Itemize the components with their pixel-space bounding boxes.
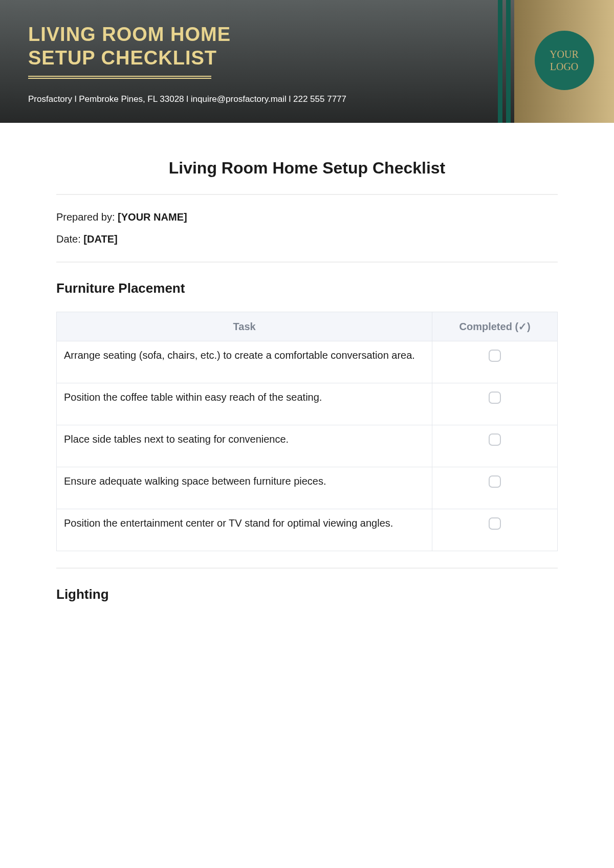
completed-cell bbox=[432, 467, 558, 509]
completed-cell bbox=[432, 509, 558, 551]
header-main: LIVING ROOM HOME SETUP CHECKLIST Prosfac… bbox=[0, 0, 498, 123]
prepared-by-row: Prepared by: [YOUR NAME] bbox=[56, 211, 558, 223]
completed-cell bbox=[432, 425, 558, 467]
date-label: Date: bbox=[56, 233, 83, 245]
checkbox[interactable] bbox=[489, 433, 501, 446]
header-title: LIVING ROOM HOME SETUP CHECKLIST bbox=[28, 23, 470, 70]
prepared-by-value: [YOUR NAME] bbox=[118, 211, 187, 223]
header-title-line2: SETUP CHECKLIST bbox=[28, 47, 217, 69]
task-cell: Arrange seating (sofa, chairs, etc.) to … bbox=[57, 341, 432, 383]
task-cell: Place side tables next to seating for co… bbox=[57, 425, 432, 467]
checkbox[interactable] bbox=[489, 392, 501, 404]
gold-panel: YOUR LOGO bbox=[514, 0, 614, 123]
task-cell: Position the coffee table within easy re… bbox=[57, 383, 432, 425]
divider bbox=[56, 568, 558, 569]
header-double-rule bbox=[28, 76, 211, 79]
header-contact-info: Prosfactory l Pembroke Pines, FL 33028 l… bbox=[28, 94, 470, 104]
table-row: Arrange seating (sofa, chairs, etc.) to … bbox=[57, 341, 558, 383]
table-row: Ensure adequate walking space between fu… bbox=[57, 467, 558, 509]
col-header-completed: Completed (✓) bbox=[432, 312, 558, 341]
logo-text-line2: LOGO bbox=[550, 60, 579, 73]
logo-circle: YOUR LOGO bbox=[535, 31, 594, 90]
task-cell: Position the entertainment center or TV … bbox=[57, 509, 432, 551]
date-value: [DATE] bbox=[83, 233, 117, 245]
header-right-stripes: YOUR LOGO bbox=[498, 0, 614, 123]
furniture-table: Task Completed (✓) Arrange seating (sofa… bbox=[56, 312, 558, 551]
col-header-task: Task bbox=[57, 312, 432, 341]
divider bbox=[56, 194, 558, 195]
prepared-by-label: Prepared by: bbox=[56, 211, 118, 223]
task-cell: Ensure adequate walking space between fu… bbox=[57, 467, 432, 509]
completed-cell bbox=[432, 383, 558, 425]
section-title-furniture: Furniture Placement bbox=[56, 280, 558, 296]
logo-text-line1: YOUR bbox=[550, 48, 579, 60]
header-title-line1: LIVING ROOM HOME bbox=[28, 24, 231, 45]
checkbox[interactable] bbox=[489, 350, 501, 362]
divider bbox=[56, 262, 558, 263]
date-row: Date: [DATE] bbox=[56, 233, 558, 245]
completed-cell bbox=[432, 341, 558, 383]
checkbox[interactable] bbox=[489, 517, 501, 530]
header-banner: LIVING ROOM HOME SETUP CHECKLIST Prosfac… bbox=[0, 0, 614, 123]
stripe-teal-1 bbox=[498, 0, 502, 123]
checkbox[interactable] bbox=[489, 475, 501, 488]
document-content: Living Room Home Setup Checklist Prepare… bbox=[0, 123, 614, 602]
table-row: Position the coffee table within easy re… bbox=[57, 383, 558, 425]
section-title-lighting: Lighting bbox=[56, 587, 558, 602]
table-row: Place side tables next to seating for co… bbox=[57, 425, 558, 467]
document-title: Living Room Home Setup Checklist bbox=[56, 159, 558, 178]
stripe-teal-2 bbox=[506, 0, 511, 123]
table-row: Position the entertainment center or TV … bbox=[57, 509, 558, 551]
